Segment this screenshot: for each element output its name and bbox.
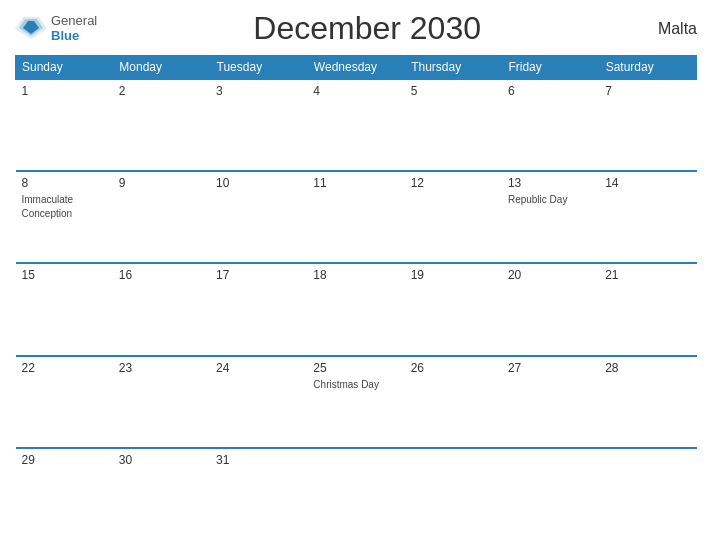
calendar-cell: 27 [502, 356, 599, 448]
weekday-header-friday: Friday [502, 56, 599, 80]
day-number: 14 [605, 176, 690, 190]
calendar-cell: 16 [113, 263, 210, 355]
day-number: 3 [216, 84, 301, 98]
calendar-cell: 4 [307, 79, 404, 171]
calendar-cell: 29 [16, 448, 113, 540]
calendar-cell: 19 [405, 263, 502, 355]
calendar-cell: 10 [210, 171, 307, 263]
calendar-cell: 28 [599, 356, 696, 448]
calendar-cell [599, 448, 696, 540]
week-row-4: 22232425Christmas Day262728 [16, 356, 697, 448]
calendar-cell: 13Republic Day [502, 171, 599, 263]
day-number: 12 [411, 176, 496, 190]
calendar-cell: 26 [405, 356, 502, 448]
day-number: 24 [216, 361, 301, 375]
calendar-cell: 17 [210, 263, 307, 355]
week-row-5: 293031 [16, 448, 697, 540]
calendar-cell: 21 [599, 263, 696, 355]
day-number: 11 [313, 176, 398, 190]
holiday-name: Republic Day [508, 194, 567, 205]
weekday-header-wednesday: Wednesday [307, 56, 404, 80]
calendar-cell: 22 [16, 356, 113, 448]
weekday-header-row: SundayMondayTuesdayWednesdayThursdayFrid… [16, 56, 697, 80]
country-label: Malta [637, 20, 697, 38]
holiday-name: Christmas Day [313, 379, 379, 390]
day-number: 7 [605, 84, 690, 98]
weekday-header-saturday: Saturday [599, 56, 696, 80]
day-number: 28 [605, 361, 690, 375]
day-number: 25 [313, 361, 398, 375]
week-row-3: 15161718192021 [16, 263, 697, 355]
calendar-cell: 6 [502, 79, 599, 171]
calendar-cell: 24 [210, 356, 307, 448]
day-number: 20 [508, 268, 593, 282]
calendar-cell: 18 [307, 263, 404, 355]
calendar-table: SundayMondayTuesdayWednesdayThursdayFrid… [15, 55, 697, 540]
calendar-cell: 25Christmas Day [307, 356, 404, 448]
day-number: 16 [119, 268, 204, 282]
day-number: 27 [508, 361, 593, 375]
weekday-header-tuesday: Tuesday [210, 56, 307, 80]
calendar-header: SundayMondayTuesdayWednesdayThursdayFrid… [16, 56, 697, 80]
day-number: 18 [313, 268, 398, 282]
calendar-cell [405, 448, 502, 540]
weekday-header-monday: Monday [113, 56, 210, 80]
week-row-1: 1234567 [16, 79, 697, 171]
calendar-cell: 31 [210, 448, 307, 540]
calendar-cell: 5 [405, 79, 502, 171]
calendar-cell: 8Immaculate Conception [16, 171, 113, 263]
day-number: 26 [411, 361, 496, 375]
calendar-cell: 14 [599, 171, 696, 263]
calendar-body: 12345678Immaculate Conception910111213Re… [16, 79, 697, 540]
calendar-cell [307, 448, 404, 540]
day-number: 21 [605, 268, 690, 282]
logo-general: General [51, 14, 97, 28]
day-number: 2 [119, 84, 204, 98]
calendar-cell: 15 [16, 263, 113, 355]
calendar-cell: 3 [210, 79, 307, 171]
weekday-header-sunday: Sunday [16, 56, 113, 80]
logo: General Blue [15, 11, 97, 47]
day-number: 17 [216, 268, 301, 282]
calendar-cell: 2 [113, 79, 210, 171]
day-number: 30 [119, 453, 204, 467]
day-number: 13 [508, 176, 593, 190]
holiday-name: Immaculate Conception [22, 194, 74, 219]
logo-blue: Blue [51, 29, 97, 43]
day-number: 10 [216, 176, 301, 190]
calendar-cell: 30 [113, 448, 210, 540]
day-number: 9 [119, 176, 204, 190]
calendar-cell: 9 [113, 171, 210, 263]
day-number: 4 [313, 84, 398, 98]
day-number: 22 [22, 361, 107, 375]
calendar-cell: 23 [113, 356, 210, 448]
day-number: 6 [508, 84, 593, 98]
day-number: 5 [411, 84, 496, 98]
day-number: 23 [119, 361, 204, 375]
calendar-cell: 11 [307, 171, 404, 263]
day-number: 31 [216, 453, 301, 467]
weekday-header-thursday: Thursday [405, 56, 502, 80]
day-number: 15 [22, 268, 107, 282]
calendar-cell: 20 [502, 263, 599, 355]
logo-text: General Blue [51, 14, 97, 43]
page-header: General Blue December 2030 Malta [15, 10, 697, 47]
logo-flag [15, 11, 47, 43]
week-row-2: 8Immaculate Conception910111213Republic … [16, 171, 697, 263]
calendar-cell: 12 [405, 171, 502, 263]
calendar-title: December 2030 [97, 10, 637, 47]
day-number: 19 [411, 268, 496, 282]
calendar-cell [502, 448, 599, 540]
day-number: 8 [22, 176, 107, 190]
day-number: 29 [22, 453, 107, 467]
day-number: 1 [22, 84, 107, 98]
calendar-cell: 7 [599, 79, 696, 171]
calendar-cell: 1 [16, 79, 113, 171]
